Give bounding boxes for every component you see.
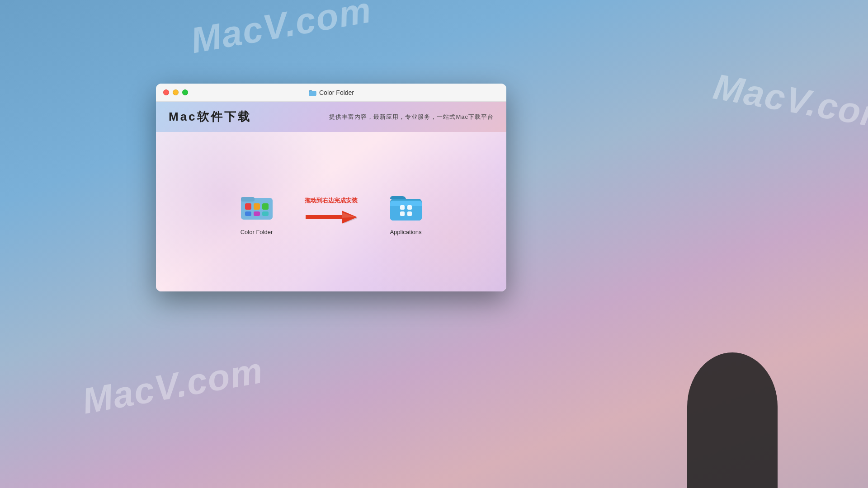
svg-rect-9 xyxy=(254,211,260,216)
app-item-colorfolder[interactable]: Color Folder xyxy=(239,188,275,235)
drag-instruction: 拖动到右边完成安装 xyxy=(305,197,358,205)
drag-arrow-icon xyxy=(302,202,361,227)
svg-rect-5 xyxy=(245,203,251,210)
watermark-top: MacV.com xyxy=(188,0,375,61)
app-item-applications[interactable]: Applications xyxy=(388,188,424,235)
window-title: Color Folder xyxy=(319,89,354,96)
svg-rect-16 xyxy=(407,205,412,210)
svg-rect-4 xyxy=(241,197,255,202)
close-button[interactable] xyxy=(163,89,169,95)
installer-content: Color Folder 拖动到右边完成安装 xyxy=(239,188,424,235)
svg-rect-10 xyxy=(262,211,269,216)
header-subtitle: 提供丰富内容，最新应用，专业服务，一站式Mac下载平台 xyxy=(329,113,494,121)
minimize-button[interactable] xyxy=(173,89,179,95)
title-bar: Color Folder xyxy=(156,84,506,102)
installer-area: Color Folder 拖动到右边完成安装 xyxy=(156,132,506,291)
svg-rect-7 xyxy=(262,203,269,210)
applications-label: Applications xyxy=(390,229,421,235)
header-title: Mac软件下载 xyxy=(169,109,251,125)
svg-rect-6 xyxy=(254,203,260,210)
watermark-bottom-left: MacV.com xyxy=(79,350,266,422)
applications-folder-icon xyxy=(388,188,424,224)
maximize-button[interactable] xyxy=(182,89,188,95)
svg-rect-18 xyxy=(407,211,412,216)
watermark-right: MacV.com xyxy=(710,66,868,139)
svg-rect-15 xyxy=(400,205,405,210)
arrow-container: 拖动到右边完成安装 xyxy=(302,197,361,227)
person-silhouette xyxy=(687,352,778,488)
window-icon xyxy=(308,89,316,97)
color-folder-icon xyxy=(239,188,275,224)
mac-window: Color Folder Mac软件下载 提供丰富内容，最新应用，专业服务，一站… xyxy=(156,84,506,291)
header-banner: Mac软件下载 提供丰富内容，最新应用，专业服务，一站式Mac下载平台 xyxy=(156,102,506,132)
svg-rect-17 xyxy=(400,211,405,216)
svg-rect-14 xyxy=(390,203,422,206)
svg-rect-2 xyxy=(309,91,316,96)
window-title-area: Color Folder xyxy=(308,89,354,97)
traffic-lights xyxy=(163,89,188,95)
svg-rect-8 xyxy=(245,211,251,216)
app-name-label: Color Folder xyxy=(241,229,273,235)
